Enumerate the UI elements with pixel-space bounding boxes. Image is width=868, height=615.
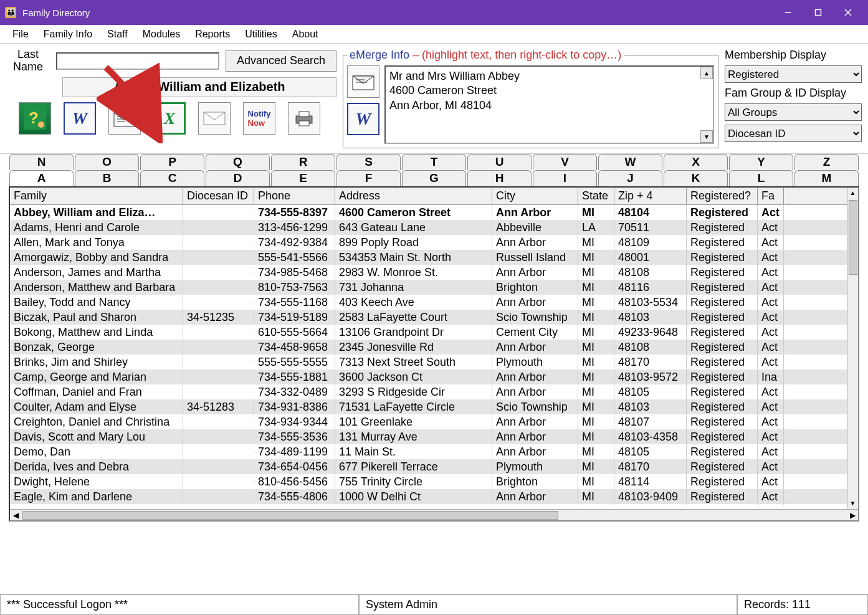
scroll-down-icon[interactable]: ▼	[700, 130, 713, 143]
menu-bar: File Family Info Staff Modules Reports U…	[0, 25, 868, 44]
col-header-zip[interactable]: Zip + 4	[614, 188, 687, 204]
table-row[interactable]: Davis, Scott and Mary Lou734-555-3536131…	[10, 429, 858, 444]
col-header-city[interactable]: City	[492, 188, 578, 204]
tab-k[interactable]: K	[664, 170, 728, 186]
window-title: Family Directory	[22, 7, 90, 18]
table-row[interactable]: Bonzak, George734-458-96582345 Jonesvill…	[10, 340, 858, 355]
table-row[interactable]: Dwight, Helene810-456-5456755 Trinity Ci…	[10, 474, 858, 489]
svg-text:?: ?	[29, 108, 39, 127]
tab-r[interactable]: R	[271, 154, 335, 170]
status-bar: *** Successful Logon *** System Admin Re…	[0, 594, 868, 615]
help-icon[interactable]: ?	[19, 102, 51, 135]
notify-now-icon[interactable]: NotifyNow	[243, 102, 275, 135]
tab-d[interactable]: D	[206, 170, 270, 186]
top-panel: Last Name Advanced Search Abbey, William…	[0, 44, 868, 154]
table-row[interactable]: Derida, Ives and Debra734-654-0456677 Pi…	[10, 459, 858, 474]
close-button[interactable]	[833, 0, 863, 25]
last-name-input[interactable]	[56, 52, 219, 70]
advanced-search-button[interactable]: Advanced Search	[226, 50, 336, 72]
table-row[interactable]: Biczak, Paul and Sharon34-51235734-519-5…	[10, 310, 858, 325]
col-header-registered[interactable]: Registered?	[687, 188, 758, 204]
tab-n[interactable]: N	[9, 154, 74, 170]
table-row[interactable]: Bailey, Todd and Nancy734-555-1168403 Ke…	[10, 295, 858, 310]
scroll-up-icon[interactable]: ▲	[850, 188, 856, 199]
tab-m[interactable]: M	[794, 170, 859, 186]
scroll-thumb[interactable]	[22, 511, 558, 520]
word-icon[interactable]: W	[64, 102, 96, 135]
excel-icon[interactable]: X	[153, 102, 186, 135]
table-row[interactable]: Coffman, Daniel and Fran734-332-04893293…	[10, 384, 858, 399]
scroll-thumb[interactable]	[849, 200, 857, 275]
menu-family-info[interactable]: Family Info	[36, 27, 100, 41]
id-display-select[interactable]: Diocesan ID	[725, 125, 862, 142]
emerge-word-icon[interactable]: W	[347, 103, 379, 135]
table-row[interactable]: Bokong, Matthew and Linda610-555-5664131…	[10, 325, 858, 340]
table-row[interactable]: Abbey, William and Eliza…734-555-8397460…	[10, 205, 858, 220]
grid-vertical-scrollbar[interactable]: ▲ ▼	[847, 188, 858, 509]
scroll-left-icon[interactable]: ◀	[10, 511, 21, 520]
table-row[interactable]: Amorgawiz, Bobby and Sandra555-541-55665…	[10, 250, 858, 265]
table-row[interactable]: Adams, Henri and Carole313-456-1299643 G…	[10, 220, 858, 235]
scroll-up-icon[interactable]: ▲	[700, 67, 713, 79]
table-row[interactable]: Brinks, Jim and Shirley555-555-55557313 …	[10, 355, 858, 369]
tab-l[interactable]: L	[729, 170, 793, 186]
selected-family-label: Abbey, William and Elizabeth	[113, 80, 285, 94]
col-header-address[interactable]: Address	[335, 188, 492, 204]
tab-b[interactable]: B	[75, 170, 139, 186]
tab-y[interactable]: Y	[729, 154, 793, 170]
tab-h[interactable]: H	[467, 170, 532, 186]
tab-i[interactable]: I	[533, 170, 597, 186]
table-row[interactable]: Anderson, Matthew and Barbara810-753-756…	[10, 280, 858, 295]
menu-utilities[interactable]: Utilities	[237, 27, 285, 41]
menu-staff[interactable]: Staff	[100, 27, 135, 41]
email-icon[interactable]	[198, 102, 231, 135]
menu-about[interactable]: About	[285, 27, 326, 41]
fam-group-select[interactable]: All Groups	[725, 103, 862, 121]
tab-e[interactable]: E	[271, 170, 335, 186]
tab-z[interactable]: Z	[794, 154, 859, 170]
membership-display-select[interactable]: Registered	[725, 65, 862, 83]
menu-modules[interactable]: Modules	[135, 27, 188, 41]
tab-f[interactable]: F	[336, 170, 401, 186]
tab-c[interactable]: C	[140, 170, 204, 186]
maximize-button[interactable]	[803, 0, 833, 25]
menu-reports[interactable]: Reports	[188, 27, 237, 41]
emerge-info-group: eMerge Info – (highlight text, then righ…	[343, 49, 718, 148]
status-logon: *** Successful Logon ***	[0, 594, 359, 615]
table-row[interactable]: Anderson, James and Martha734-985-546829…	[10, 265, 858, 280]
menu-file[interactable]: File	[5, 27, 36, 41]
tab-o[interactable]: O	[75, 154, 139, 170]
col-header-phone[interactable]: Phone	[254, 188, 335, 204]
col-header-status[interactable]: Fa	[758, 188, 784, 204]
table-row[interactable]: Demo, Dan734-489-119911 Main St.Ann Arbo…	[10, 444, 858, 459]
table-row[interactable]: Creighton, Daniel and Christina734-934-9…	[10, 414, 858, 429]
scroll-down-icon[interactable]: ▼	[850, 498, 856, 509]
title-bar: 👪 Family Directory	[0, 0, 868, 25]
tab-v[interactable]: V	[533, 154, 597, 170]
grid-horizontal-scrollbar[interactable]: ◀ ▶	[10, 509, 858, 520]
emerge-textarea[interactable]: Mr and Mrs William Abbey 4600 Cameron St…	[384, 65, 714, 144]
tab-x[interactable]: X	[664, 154, 728, 170]
table-row[interactable]: Coulter, Adam and Elyse34-51283734-931-8…	[10, 399, 858, 414]
scroll-right-icon[interactable]: ▶	[847, 511, 858, 520]
table-row[interactable]: Eagle, Kim and Darlene734-555-48061000 W…	[10, 489, 858, 504]
tab-u[interactable]: U	[467, 154, 532, 170]
col-header-state[interactable]: State	[578, 188, 614, 204]
tab-g[interactable]: G	[402, 170, 466, 186]
address-card-icon[interactable]	[108, 102, 141, 135]
printer-icon[interactable]	[288, 102, 320, 135]
table-row[interactable]: Allen, Mark and Tonya734-492-9384899 Pop…	[10, 235, 858, 250]
table-row[interactable]: Camp, George and Marian734-555-18813600 …	[10, 369, 858, 384]
col-header-family[interactable]: Family	[10, 188, 183, 204]
tab-s[interactable]: S	[336, 154, 401, 170]
emerge-card-icon[interactable]	[347, 65, 379, 98]
tab-j[interactable]: J	[598, 170, 662, 186]
tab-w[interactable]: W	[598, 154, 662, 170]
tab-q[interactable]: Q	[206, 154, 270, 170]
tab-t[interactable]: T	[402, 154, 466, 170]
col-header-diocesan-id[interactable]: Diocesan ID	[183, 188, 254, 204]
tab-p[interactable]: P	[140, 154, 204, 170]
tab-a[interactable]: A	[9, 170, 74, 186]
last-name-label: Last Name	[6, 49, 50, 74]
minimize-button[interactable]	[773, 0, 803, 25]
